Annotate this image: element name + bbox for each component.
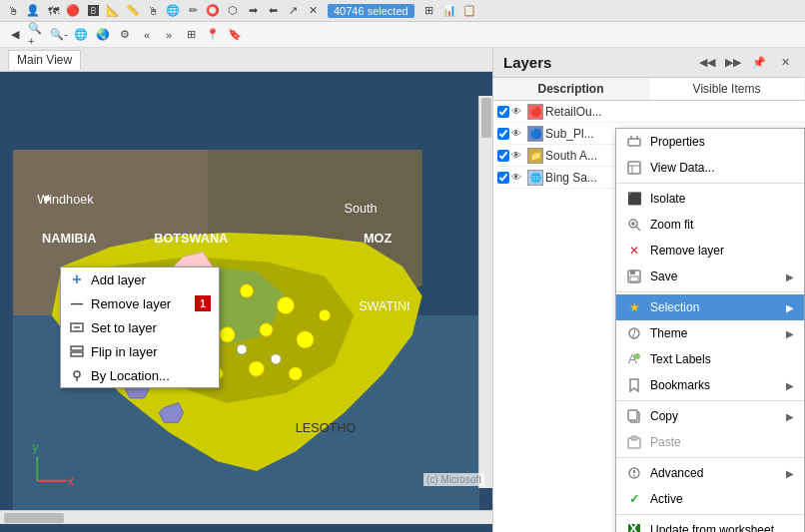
svg-text:SWATINI: SWATINI bbox=[359, 299, 409, 313]
cm-zoom-fit[interactable]: Zoom fit bbox=[616, 212, 804, 238]
map-vertical-scrollbar[interactable] bbox=[478, 96, 492, 488]
cm-bookmarks[interactable]: Bookmarks ▶ bbox=[616, 372, 804, 398]
remove-layer-right-icon: ✕ bbox=[626, 243, 642, 259]
layers-title: Layers bbox=[503, 54, 691, 71]
toolbar-icon-1[interactable]: 🖱 bbox=[4, 2, 22, 20]
svg-point-8 bbox=[260, 323, 274, 337]
tab-description[interactable]: Description bbox=[493, 78, 649, 100]
cm-separator-5 bbox=[616, 514, 804, 515]
zoom-in-icon[interactable]: 🔍+ bbox=[28, 26, 46, 44]
globe-icon[interactable]: 🌐 bbox=[72, 26, 90, 44]
map-horizontal-scrollbar[interactable] bbox=[0, 510, 492, 524]
globe2-icon[interactable]: 🌏 bbox=[94, 26, 112, 44]
cm-advanced[interactable]: Advanced ▶ bbox=[616, 460, 804, 486]
cm-properties[interactable]: Properties bbox=[616, 129, 804, 155]
cm-add-layer[interactable]: + Add layer bbox=[61, 267, 219, 291]
layer-context-menu: + Add layer — Remove layer 1 Set to laye… bbox=[60, 266, 220, 388]
gear-icon[interactable]: ⚙ bbox=[116, 26, 134, 44]
svg-point-62 bbox=[633, 475, 635, 477]
toolbar-icon-18[interactable]: 📊 bbox=[440, 2, 458, 20]
svg-point-10 bbox=[297, 330, 315, 348]
layer-checkbox-1[interactable] bbox=[497, 106, 509, 118]
grid-icon[interactable]: ⊞ bbox=[182, 26, 200, 44]
chevron-left-icon[interactable]: « bbox=[138, 26, 156, 44]
flip-in-layer-icon bbox=[69, 343, 85, 359]
toolbar-icon-5[interactable]: 🅱 bbox=[84, 2, 102, 20]
cm-theme[interactable]: Theme ▶ bbox=[616, 320, 804, 346]
layer-eye-1[interactable]: 👁 bbox=[511, 106, 525, 117]
cm-isolate[interactable]: ⬛ Isolate bbox=[616, 186, 804, 212]
layers-pin-btn[interactable]: 📌 bbox=[749, 53, 769, 73]
cm-paste[interactable]: Paste bbox=[616, 429, 804, 455]
toolbar-icon-9[interactable]: 🌐 bbox=[164, 2, 182, 20]
remove-layer-badge: 1 bbox=[195, 295, 211, 311]
selection-badge: 40746 selected bbox=[328, 4, 414, 18]
toolbar-icon-17[interactable]: ⊞ bbox=[420, 2, 438, 20]
map-pin-icon[interactable]: 📍 bbox=[204, 26, 222, 44]
layer-eye-2[interactable]: 👁 bbox=[511, 128, 525, 139]
toolbar-icon-8[interactable]: 🖱 bbox=[144, 2, 162, 20]
layer-checkbox-2[interactable] bbox=[497, 128, 509, 140]
cm-paste-label: Paste bbox=[650, 435, 794, 449]
map-view[interactable]: NAMIBIA BOTSWANA MOZ SWATINI LESOTHO Win… bbox=[0, 72, 492, 510]
toolbar-icon-2[interactable]: 👤 bbox=[24, 2, 42, 20]
layer-checkbox-3[interactable] bbox=[497, 150, 509, 162]
toolbar-icon-14[interactable]: ⬅ bbox=[264, 2, 282, 20]
zoom-out-icon[interactable]: 🔍- bbox=[50, 26, 68, 44]
main-view-tab[interactable]: Main View bbox=[8, 50, 81, 70]
layer-checkbox-4[interactable] bbox=[497, 172, 509, 184]
toolbar-icon-7[interactable]: 📏 bbox=[124, 2, 142, 20]
cm-bookmarks-label: Bookmarks bbox=[650, 378, 778, 392]
cm-save-label: Save bbox=[650, 269, 778, 283]
cm-separator-1 bbox=[616, 183, 804, 184]
isolate-icon: ⬛ bbox=[626, 191, 642, 207]
layer-icon-3: 📁 bbox=[527, 148, 543, 164]
toolbar-icon-19[interactable]: 📋 bbox=[460, 2, 478, 20]
cm-remove-layer[interactable]: — Remove layer 1 bbox=[61, 291, 219, 315]
cm-by-location[interactable]: By Location... bbox=[61, 363, 219, 387]
toolbar-icon-4[interactable]: 🔴 bbox=[64, 2, 82, 20]
h-scroll-thumb[interactable] bbox=[4, 513, 64, 523]
cm-update-worksheet[interactable]: X Update from worksheet bbox=[616, 517, 804, 532]
cm-remove-layer-right-label: Remove layer bbox=[650, 244, 794, 258]
cm-flip-in-layer[interactable]: Flip in layer bbox=[61, 339, 219, 363]
cm-copy[interactable]: Copy ▶ bbox=[616, 403, 804, 429]
toolbar-icon-15[interactable]: ↗ bbox=[284, 2, 302, 20]
svg-rect-59 bbox=[631, 436, 637, 440]
properties-icon bbox=[626, 134, 642, 150]
advanced-icon bbox=[626, 465, 642, 481]
layer-row-1[interactable]: 👁 🔴 RetailOu... bbox=[493, 101, 805, 123]
toolbar-icon-12[interactable]: ⬡ bbox=[224, 2, 242, 20]
toolbar-icon-13[interactable]: ➡ bbox=[244, 2, 262, 20]
cm-text-labels[interactable]: A Text Labels bbox=[616, 346, 804, 372]
svg-text:BOTSWANA: BOTSWANA bbox=[154, 232, 228, 246]
paste-icon bbox=[626, 434, 642, 450]
layer-eye-3[interactable]: 👁 bbox=[511, 150, 525, 161]
layers-forward-btn[interactable]: ▶▶ bbox=[723, 53, 743, 73]
chevron-right-icon[interactable]: » bbox=[160, 26, 178, 44]
toolbar-icon-11[interactable]: ⭕ bbox=[204, 2, 222, 20]
cm-save[interactable]: Save ▶ bbox=[616, 264, 804, 289]
toolbar-icon-10[interactable]: ✏ bbox=[184, 2, 202, 20]
cm-view-data[interactable]: View Data... bbox=[616, 155, 804, 181]
cm-active[interactable]: ✓ Active bbox=[616, 486, 804, 512]
svg-rect-51 bbox=[630, 270, 635, 274]
tab-visible-items[interactable]: Visible Items bbox=[649, 78, 805, 100]
layers-close-btn[interactable]: ✕ bbox=[775, 53, 795, 73]
cm-selection[interactable]: ★ Selection ▶ bbox=[616, 294, 804, 320]
cm-active-label: Active bbox=[650, 492, 794, 506]
toolbar-icon-6[interactable]: 📐 bbox=[104, 2, 122, 20]
cm-view-data-label: View Data... bbox=[650, 161, 794, 175]
svg-rect-52 bbox=[630, 276, 638, 281]
cm-theme-label: Theme bbox=[650, 326, 778, 340]
toolbar-icon-16[interactable]: ✕ bbox=[304, 2, 322, 20]
toolbar-icon-3[interactable]: 🗺 bbox=[44, 2, 62, 20]
layer-eye-4[interactable]: 👁 bbox=[511, 172, 525, 183]
v-scroll-thumb[interactable] bbox=[481, 98, 491, 138]
bookmark-icon[interactable]: 🔖 bbox=[226, 26, 244, 44]
svg-point-30 bbox=[44, 196, 50, 202]
cm-set-to-layer[interactable]: Set to layer bbox=[61, 315, 219, 339]
cm-remove-layer-right[interactable]: ✕ Remove layer bbox=[616, 238, 804, 264]
nav-arrow-icon[interactable]: ◀ bbox=[6, 26, 24, 44]
layers-back-btn[interactable]: ◀◀ bbox=[697, 53, 717, 73]
